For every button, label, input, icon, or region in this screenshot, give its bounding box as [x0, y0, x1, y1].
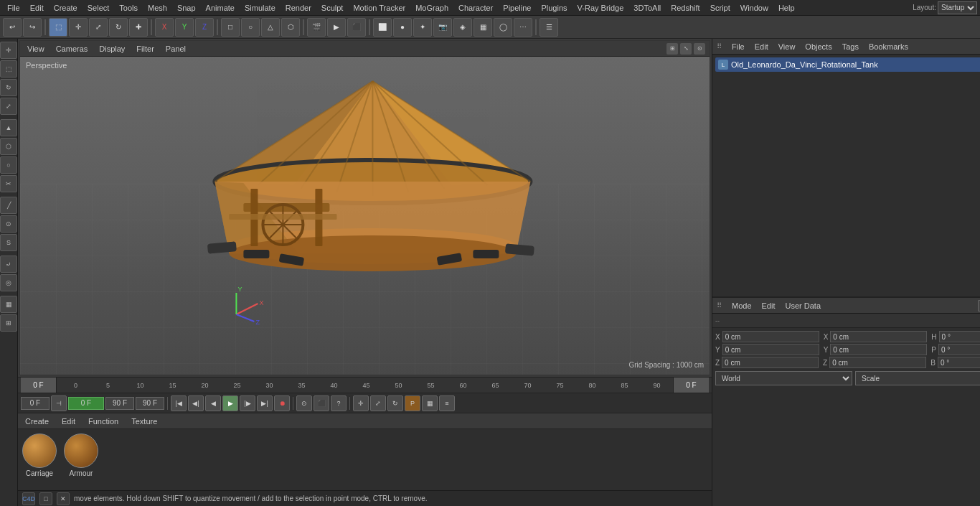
sphere-button[interactable]: ● [393, 18, 412, 37]
menu-help[interactable]: Help [774, 2, 799, 14]
mat-menu-function[interactable]: Function [85, 416, 121, 427]
light-button[interactable]: ✦ [413, 18, 432, 37]
obj-menu-bookmarks[interactable]: Bookmarks [866, 41, 911, 52]
menu-character[interactable]: Character [454, 2, 497, 14]
null-button[interactable]: ◯ [494, 18, 512, 37]
sidebar-extrude-icon[interactable]: ▲ [0, 119, 17, 136]
record-key-button[interactable]: P [405, 395, 420, 411]
skip-start-button[interactable]: |◀ [171, 395, 187, 411]
select-tool-button[interactable]: ⬚ [49, 18, 67, 37]
attr-menu-userdata[interactable]: User Data [783, 300, 824, 311]
menu-animate[interactable]: Animate [202, 2, 239, 14]
menu-file[interactable]: File [3, 2, 24, 14]
rotate-tool-pb-button[interactable]: ↻ [387, 395, 403, 411]
frame-start-input[interactable] [21, 397, 50, 410]
workspace-button[interactable]: ☰ [540, 18, 558, 37]
menu-simulate[interactable]: Simulate [240, 2, 280, 14]
move-tool-button[interactable]: ✛ [69, 18, 88, 37]
menu-sculpt[interactable]: Sculpt [317, 2, 348, 14]
menu-snap[interactable]: Snap [173, 2, 200, 14]
status-close-icon[interactable]: ✕ [57, 492, 70, 505]
menu-script[interactable]: Script [706, 2, 735, 14]
edge-mode-button[interactable]: △ [261, 18, 280, 37]
menu-pipeline[interactable]: Pipeline [499, 2, 535, 14]
model-3d-svg[interactable]: X Y Z [186, 67, 559, 354]
menu-edit[interactable]: Edit [26, 2, 48, 14]
obj-menu-tags[interactable]: Tags [839, 41, 862, 52]
menu-tools[interactable]: Tools [115, 2, 142, 14]
y-axis-button[interactable]: Y [175, 18, 194, 37]
attr-menu-mode[interactable]: Mode [729, 300, 755, 311]
material-armour[interactable]: Armour [64, 434, 98, 477]
question-button[interactable]: ? [331, 395, 347, 411]
viewport-canvas[interactable]: Perspective [20, 57, 710, 375]
redo-button[interactable]: ↪ [23, 18, 42, 37]
menu-mograph[interactable]: MoGraph [411, 2, 453, 14]
x-axis-button[interactable]: X [155, 18, 174, 37]
attr-menu-edit[interactable]: Edit [759, 300, 778, 311]
menu-render[interactable]: Render [281, 2, 316, 14]
sidebar-loop-icon[interactable]: ○ [0, 156, 17, 174]
more-button[interactable]: ⋯ [514, 18, 532, 37]
menu-vray[interactable]: V-Ray Bridge [573, 2, 628, 14]
sidebar-grid-icon[interactable]: ⊞ [0, 314, 17, 332]
record-button[interactable]: ⏺ [274, 395, 290, 411]
viewport-menu-display[interactable]: Display [96, 43, 128, 55]
stop-button[interactable]: ⬛ [314, 395, 329, 411]
polygon-mode-button[interactable]: ○ [241, 18, 260, 37]
next-frame-button[interactable]: |▶ [240, 395, 255, 411]
render-view-button[interactable]: ▶ [327, 18, 346, 37]
rotate-tool-button[interactable]: ↻ [109, 18, 128, 37]
frame-current-input[interactable] [68, 397, 104, 410]
frame-end-input1[interactable] [105, 397, 134, 410]
coord-x-rot-input[interactable] [830, 331, 927, 342]
point-mode-button[interactable]: ⬡ [281, 18, 300, 37]
undo-button[interactable]: ↩ [3, 18, 22, 37]
sidebar-bevel-icon[interactable]: ⬡ [0, 138, 17, 155]
sidebar-rotate-icon[interactable]: ↻ [0, 79, 17, 96]
status-window-icon[interactable]: □ [39, 492, 52, 505]
menu-motion-tracker[interactable]: Motion Tracker [349, 2, 410, 14]
layout-select[interactable]: Startup [938, 1, 977, 14]
cube-button[interactable]: ⬜ [373, 18, 392, 37]
object-item-tank[interactable]: L Old_Leonardo_Da_Vinci_Rotational_Tank [715, 57, 980, 72]
sidebar-brush-icon[interactable]: ⊙ [0, 215, 17, 233]
sidebar-snap-icon[interactable]: ◎ [0, 274, 17, 291]
scale-tool-pb-button[interactable]: ⤢ [370, 395, 386, 411]
prev-play-button[interactable]: ◀ [205, 395, 221, 411]
prev-frame-button[interactable]: ◀| [188, 395, 204, 411]
sidebar-ground-icon[interactable]: ▦ [0, 296, 17, 313]
menu-create[interactable]: Create [50, 2, 82, 14]
status-cinema4d-icon[interactable]: C4D [22, 492, 35, 505]
key-options-button[interactable]: ▦ [422, 395, 438, 411]
menu-redshift[interactable]: Redshift [666, 2, 704, 14]
viewport-menu-view[interactable]: View [24, 43, 47, 55]
prev-frame-skip-button[interactable]: ⊣ [51, 395, 67, 411]
move-tool-pb-button[interactable]: ✛ [353, 395, 369, 411]
scale-dropdown[interactable]: Scale [855, 371, 980, 385]
sidebar-move-icon[interactable]: ✛ [0, 42, 17, 59]
mat-menu-create[interactable]: Create [22, 416, 52, 427]
viewport-menu-cameras[interactable]: Cameras [53, 43, 91, 55]
coord-y-pos-input[interactable] [722, 344, 819, 355]
obj-menu-edit[interactable]: Edit [752, 41, 771, 52]
render-button[interactable]: ⬛ [347, 18, 366, 37]
sidebar-paint-icon[interactable]: S [0, 234, 17, 251]
viewport-maximize-icon[interactable]: ⊞ [666, 43, 678, 55]
material-button[interactable]: ◈ [453, 18, 472, 37]
viewport-arrows-icon[interactable]: ⤡ [680, 43, 692, 55]
floor-button[interactable]: ▦ [473, 18, 492, 37]
obj-menu-view[interactable]: View [776, 41, 798, 52]
coord-h-input[interactable] [939, 331, 980, 342]
z-axis-button[interactable]: Z [195, 18, 214, 37]
loop-button[interactable]: ⊙ [296, 395, 312, 411]
sidebar-magnet-icon[interactable]: ⤾ [0, 256, 17, 273]
menu-plugins[interactable]: Plugins [537, 2, 571, 14]
sidebar-line-icon[interactable]: ╱ [0, 197, 17, 214]
world-dropdown[interactable]: World [715, 371, 852, 385]
camera-button[interactable]: 📷 [433, 18, 452, 37]
coord-x-pos-input[interactable] [722, 331, 819, 342]
transform-tool-button[interactable]: ✚ [129, 18, 148, 37]
coord-z-pos-input[interactable] [722, 357, 819, 368]
coord-p-input[interactable] [938, 344, 980, 355]
